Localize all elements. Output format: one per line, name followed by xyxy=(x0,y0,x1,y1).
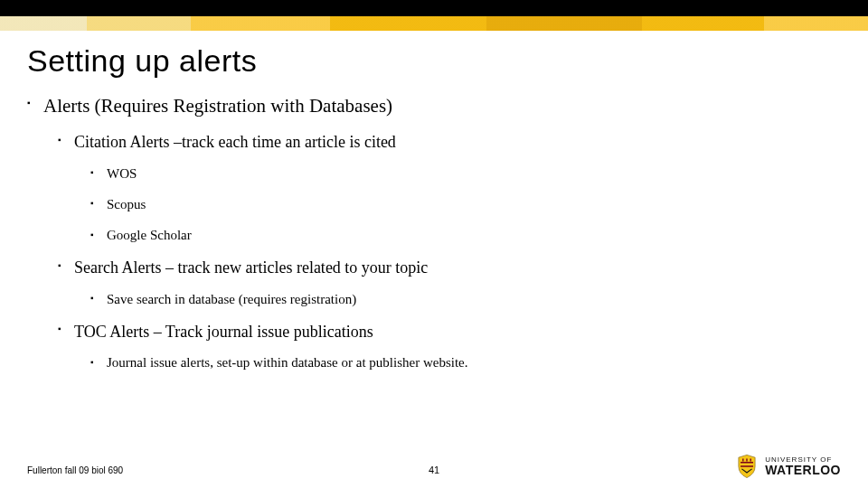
slide: Setting up alerts Alerts (Requires Regis… xyxy=(0,0,868,488)
page-number: 41 xyxy=(429,465,439,475)
bullet-l2c-text: TOC Alerts – Track journal issue publica… xyxy=(74,323,373,341)
top-bar-gold xyxy=(0,16,868,31)
bullet-l3b1: Save search in database (requires regist… xyxy=(107,290,841,308)
bullet-l2a: Citation Alerts –track each time an arti… xyxy=(74,131,841,244)
bullet-l1: Alerts (Requires Registration with Datab… xyxy=(43,94,841,371)
bullet-l3c1: Journal issue alerts, set-up within data… xyxy=(107,353,841,371)
bullet-l2c: TOC Alerts – Track journal issue publica… xyxy=(74,321,841,372)
logo-text: UNIVERSITY OF WATERLOO xyxy=(765,456,841,476)
bullet-l2b: Search Alerts – track new articles relat… xyxy=(74,257,841,308)
bullet-l3a3-text: Google Scholar xyxy=(107,228,192,242)
bullet-l3c1-text: Journal issue alerts, set-up within data… xyxy=(107,355,468,370)
university-logo: UNIVERSITY OF WATERLOO xyxy=(734,454,841,479)
bullet-l3b1-text: Save search in database (requires regist… xyxy=(107,292,356,306)
bullet-l2a-text: Citation Alerts –track each time an arti… xyxy=(74,133,396,151)
bullet-l1-text: Alerts (Requires Registration with Datab… xyxy=(43,95,392,117)
bullet-l3a3: Google Scholar xyxy=(107,226,841,244)
bullet-l2b-text: Search Alerts – track new articles relat… xyxy=(74,258,428,277)
slide-content: Alerts (Requires Registration with Datab… xyxy=(27,94,841,386)
logo-bottom: WATERLOO xyxy=(765,464,841,476)
bullet-l3a2-text: Scopus xyxy=(107,197,146,211)
slide-title: Setting up alerts xyxy=(27,43,257,79)
footer: Fullerton fall 09 biol 690 41 UNIVERSITY… xyxy=(27,450,841,475)
crest-icon xyxy=(734,454,760,479)
bullet-l3a1-text: WOS xyxy=(107,166,137,181)
footer-left: Fullerton fall 09 biol 690 xyxy=(27,465,123,475)
top-bar-black xyxy=(0,0,868,16)
bullet-l3a2: Scopus xyxy=(107,195,841,213)
bullet-l3a1: WOS xyxy=(107,164,841,183)
